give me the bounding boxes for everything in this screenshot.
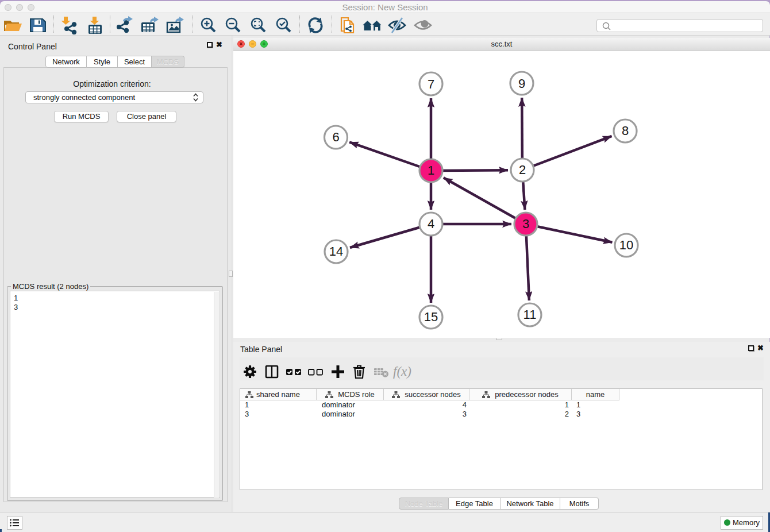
svg-text:1: 1 (428, 163, 434, 178)
svg-text:8: 8 (622, 124, 629, 138)
svg-text:9: 9 (518, 76, 525, 91)
svg-text:11: 11 (523, 307, 537, 322)
svg-text:6: 6 (332, 130, 339, 144)
svg-text:7: 7 (428, 77, 434, 91)
svg-text:14: 14 (329, 244, 343, 259)
svg-text:4: 4 (428, 217, 434, 231)
svg-text:15: 15 (424, 310, 438, 324)
svg-text:3: 3 (522, 217, 529, 231)
svg-text:2: 2 (519, 163, 526, 177)
svg-text:10: 10 (619, 238, 633, 252)
